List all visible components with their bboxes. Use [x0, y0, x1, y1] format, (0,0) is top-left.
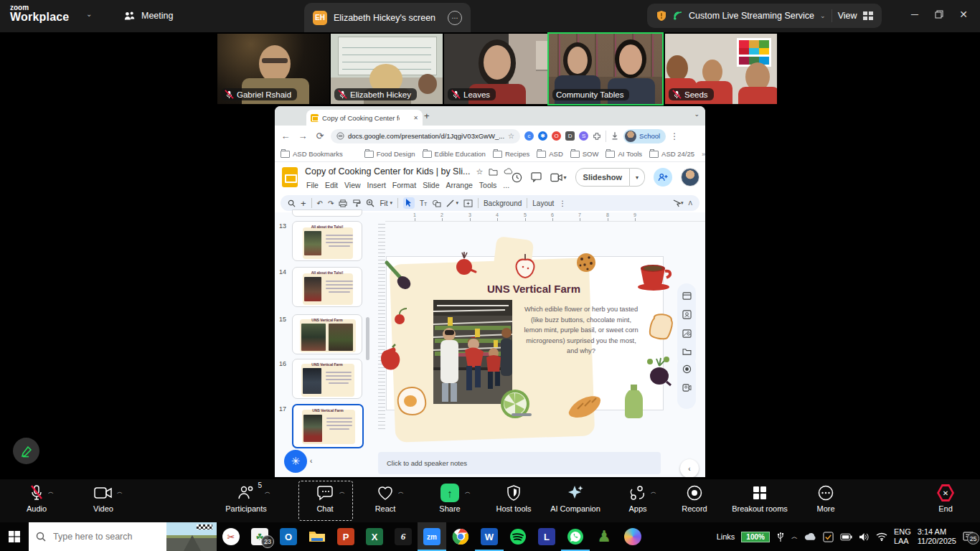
- participant-tile-active-speaker[interactable]: Community Tables: [547, 32, 664, 105]
- print-icon[interactable]: [339, 199, 347, 207]
- taskbar-search[interactable]: [29, 522, 217, 551]
- onedrive-icon[interactable]: [804, 532, 816, 541]
- slide-canvas[interactable]: UNS Vertical Farm Which edible flower or…: [386, 256, 664, 410]
- forward-button[interactable]: →: [296, 131, 309, 141]
- bookmarks-overflow-icon[interactable]: »: [702, 150, 705, 158]
- bookmark-item[interactable]: ASD: [537, 150, 563, 158]
- downloads-icon[interactable]: [611, 131, 619, 141]
- browser-profile-chip[interactable]: School: [623, 129, 666, 143]
- menu-insert[interactable]: Insert: [367, 181, 386, 189]
- chevron-up-icon[interactable]: ︿: [651, 488, 656, 496]
- collapse-toolbar-icon[interactable]: ᐱ: [689, 200, 692, 207]
- gemini-button[interactable]: ✳: [284, 450, 307, 473]
- react-button[interactable]: ︿ React: [351, 484, 420, 513]
- chrome-menu-icon[interactable]: ⋮: [670, 131, 679, 141]
- share-button[interactable]: ↑ ︿ Share: [415, 484, 484, 513]
- taskbar-app-copilot[interactable]: [618, 522, 647, 551]
- address-bar[interactable]: docs.google.com/presentation/d/1JqgiV03x…: [331, 129, 520, 143]
- chevron-up-icon[interactable]: ︿: [48, 488, 54, 496]
- taskbar-app-plant[interactable]: ☘ 23: [245, 522, 274, 551]
- version-history-icon[interactable]: [512, 172, 522, 183]
- slide-thumbnail[interactable]: All about the Tulsi!: [292, 267, 362, 307]
- share-document-button[interactable]: [654, 168, 672, 187]
- battery-icon[interactable]: [840, 533, 852, 541]
- slide-thumbnail[interactable]: UNS Vertical Farm: [292, 359, 362, 399]
- taskbar-app-chrome[interactable]: [446, 522, 475, 551]
- slideshow-dropdown[interactable]: ▾: [630, 168, 645, 187]
- taskbar-app-outlook[interactable]: O: [274, 522, 303, 551]
- menu-slide[interactable]: Slide: [423, 181, 439, 189]
- document-title[interactable]: Copy of Cooking Center for Kids | by Sli…: [305, 166, 470, 176]
- contacts-icon[interactable]: [682, 310, 692, 319]
- streaming-status-chip[interactable]: Custom Live Streaming Service ⌄ View: [647, 4, 882, 28]
- end-button[interactable]: ✕ End: [911, 484, 980, 513]
- calendar-icon[interactable]: [682, 292, 692, 300]
- taskbar-app-spotify[interactable]: [504, 522, 532, 551]
- zoom-fit-dropdown[interactable]: Fit▾: [380, 199, 392, 207]
- tab-options-icon[interactable]: ⋯: [448, 11, 462, 25]
- tab-close-icon[interactable]: ✕: [413, 115, 418, 121]
- tab-search-icon[interactable]: ⌄: [694, 110, 699, 118]
- bookmark-item[interactable]: ASD 24/25: [649, 150, 694, 158]
- start-button[interactable]: [0, 522, 29, 551]
- chevron-up-icon[interactable]: ︿: [465, 488, 471, 496]
- more-button[interactable]: More: [791, 484, 860, 513]
- usb-icon[interactable]: [776, 532, 785, 542]
- breakout-rooms-button[interactable]: Breakout rooms: [725, 484, 794, 513]
- clock[interactable]: 3:14 AM 11/20/2025: [918, 527, 956, 546]
- audio-button[interactable]: ︿ Audio: [2, 484, 71, 513]
- bookmark-item[interactable]: Food Design: [364, 150, 415, 158]
- shapes-tool[interactable]: [432, 199, 441, 207]
- taskbar-app-spiral[interactable]: 6: [389, 522, 418, 551]
- chat-button[interactable]: ︿ Chat: [291, 484, 359, 513]
- extension-icon[interactable]: S: [579, 131, 588, 141]
- laser-pointer-dropdown[interactable]: ▾: [673, 199, 684, 207]
- maximize-button[interactable]: [927, 2, 951, 27]
- text-box-tool[interactable]: TT: [420, 199, 427, 207]
- bookmark-item[interactable]: Edible Education: [423, 150, 486, 158]
- star-icon[interactable]: ☆: [476, 167, 483, 176]
- bookmark-item[interactable]: AI Tools: [606, 150, 642, 158]
- canvas-scroll-indicator[interactable]: [512, 413, 532, 416]
- participant-tile[interactable]: Gabriel Rshaid: [217, 34, 329, 104]
- extensions-puzzle-icon[interactable]: [593, 132, 601, 141]
- reload-button[interactable]: ⟳: [314, 131, 326, 141]
- move-folder-icon[interactable]: [489, 168, 498, 176]
- extension-icon[interactable]: c: [524, 131, 534, 141]
- taskbar-app-chess[interactable]: ♟: [590, 522, 618, 551]
- action-center-badge-icon[interactable]: [823, 532, 834, 542]
- taskbar-app-zoom[interactable]: zm: [418, 522, 446, 551]
- annotate-button[interactable]: [13, 438, 39, 464]
- filmstrip-scrollbar[interactable]: [366, 317, 369, 360]
- taskbar-app-excel[interactable]: X: [360, 522, 389, 551]
- slide-thumbnail-selected[interactable]: UNS Vertical Farm: [292, 404, 364, 448]
- minimize-button[interactable]: ─: [903, 2, 927, 27]
- background-button[interactable]: Background: [484, 199, 522, 207]
- drive-folder-icon[interactable]: [682, 348, 692, 355]
- new-tab-button[interactable]: +: [424, 110, 430, 121]
- chevron-up-icon[interactable]: ︿: [398, 488, 404, 496]
- back-button[interactable]: ←: [279, 131, 292, 141]
- record-icon[interactable]: [682, 364, 692, 374]
- view-button[interactable]: View: [838, 11, 857, 21]
- slide-thumbnail[interactable]: All about the Tulsi!: [292, 221, 362, 261]
- comments-icon[interactable]: [531, 172, 542, 182]
- bookmark-folder[interactable]: ASD Bookmarks: [281, 150, 343, 158]
- bookmark-item[interactable]: SOW: [570, 150, 599, 158]
- tab-shared-screen[interactable]: EH Elizabeth Hickey's screen ⋯: [304, 3, 471, 32]
- chevron-up-icon[interactable]: ︿: [117, 488, 123, 496]
- paint-format-icon[interactable]: [352, 199, 361, 207]
- bookmark-item[interactable]: Recipes: [493, 150, 529, 158]
- taskbar-app-word[interactable]: W: [475, 522, 504, 551]
- undo-icon[interactable]: ↶: [317, 199, 323, 207]
- meet-camera-button[interactable]: ▾: [550, 173, 567, 182]
- photos-icon[interactable]: [682, 329, 692, 338]
- taskbar-app-explorer[interactable]: [303, 522, 331, 551]
- menu-edit[interactable]: Edit: [325, 181, 338, 189]
- menu-tools[interactable]: Tools: [479, 181, 497, 189]
- insert-image-tool[interactable]: [463, 199, 473, 207]
- menu-arrange[interactable]: Arrange: [446, 181, 472, 189]
- close-button[interactable]: ✕: [951, 2, 976, 27]
- speaker-notes[interactable]: Click to add speaker notes: [378, 452, 661, 474]
- bookmark-star-icon[interactable]: ☆: [508, 132, 514, 140]
